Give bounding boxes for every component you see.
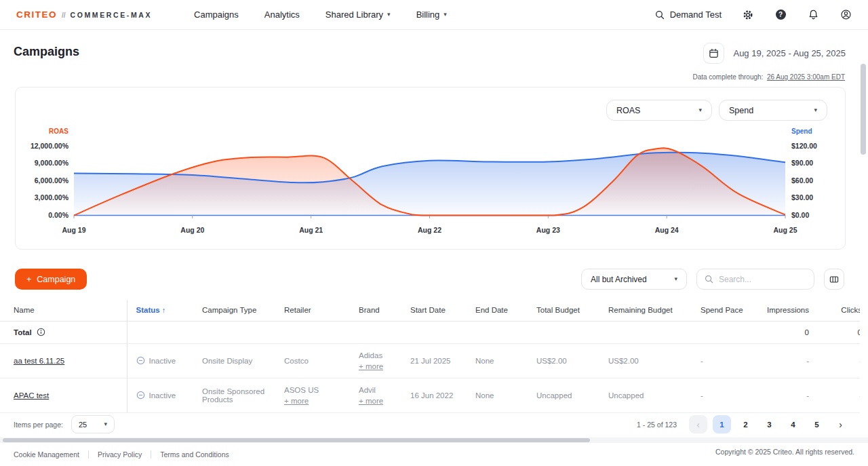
- right-metric-select[interactable]: Spend ▾: [719, 100, 827, 121]
- campaign-type-cell: Onsite Display: [193, 343, 275, 378]
- nav-right: Demand Test ?: [655, 9, 852, 21]
- spend-pace-cell: -: [692, 343, 749, 378]
- col-header-brand[interactable]: Brand: [350, 300, 401, 321]
- x-axis-label: Aug 24: [655, 226, 679, 234]
- new-campaign-button[interactable]: + Campaign: [15, 269, 87, 290]
- x-axis-label: Aug 22: [418, 226, 441, 234]
- left-axis-ticks: 12,000.00%9,000.00%6,000.00%3,000.00%0.0…: [25, 138, 74, 220]
- end-date-cell: None: [467, 343, 528, 378]
- col-header-name[interactable]: Name: [0, 300, 127, 321]
- col-header-campaign-type[interactable]: Campaign Type: [193, 300, 275, 321]
- total-budget-cell: US$2.00: [528, 343, 599, 378]
- impressions-cell: -: [749, 343, 817, 378]
- account-search[interactable]: Demand Test: [655, 9, 722, 20]
- nav-item-billing[interactable]: Billing▾: [416, 9, 447, 20]
- total-budget-cell: Uncapped: [528, 378, 599, 412]
- footer-link-terms[interactable]: Terms and Conditions: [160, 450, 229, 459]
- total-impressions: 0: [749, 321, 817, 343]
- data-complete-link[interactable]: 26 Aug 2025 3:00am EDT: [767, 73, 845, 81]
- col-header-end-date[interactable]: End Date: [467, 300, 528, 321]
- page-button-5[interactable]: 5: [808, 415, 826, 433]
- columns-icon: [829, 274, 840, 285]
- notifications-button[interactable]: [807, 9, 819, 21]
- retailer-cell: ASOS US: [284, 385, 350, 395]
- settings-button[interactable]: [742, 9, 754, 21]
- chevron-left-icon: ‹: [696, 419, 700, 430]
- nav-item-shared-library[interactable]: Shared Library▾: [326, 9, 391, 20]
- nav-item-campaigns[interactable]: Campaigns: [194, 9, 239, 20]
- retailer-more-link[interactable]: + more: [284, 397, 309, 405]
- left-axis-tick: 0.00%: [48, 211, 68, 219]
- logo-secondary: COMMERCE-MAX: [71, 11, 152, 19]
- page-button-2[interactable]: 2: [736, 415, 755, 433]
- page-button-4[interactable]: 4: [784, 415, 802, 433]
- next-page-button[interactable]: ›: [831, 415, 850, 433]
- left-axis-tick: 3,000.00%: [35, 193, 68, 201]
- col-header-impressions[interactable]: Impressions: [749, 300, 817, 321]
- left-metric-select[interactable]: ROAS ▾: [606, 100, 712, 121]
- brand-more-link[interactable]: + more: [359, 397, 383, 405]
- date-range-value[interactable]: Aug 19, 2025 - Aug 25, 2025: [733, 48, 846, 58]
- col-header-status[interactable]: Status ↑: [127, 300, 193, 321]
- campaign-link[interactable]: aa test 6.11.25: [14, 357, 64, 365]
- spend-pace-cell: -: [692, 378, 749, 412]
- total-row: Total 0 0: [0, 321, 860, 343]
- help-button[interactable]: ?: [774, 9, 787, 21]
- col-header-total-budget[interactable]: Total Budget: [528, 300, 599, 321]
- calendar-icon: [709, 48, 719, 58]
- bell-icon: [808, 9, 819, 20]
- page-button-1[interactable]: 1: [713, 415, 731, 433]
- right-axis-tick: $90.00: [791, 159, 813, 167]
- caret-down-icon: ▾: [698, 107, 702, 113]
- items-per-page-select[interactable]: 25 ▾: [71, 415, 115, 433]
- right-axis-tick: $60.00: [791, 176, 813, 185]
- x-axis-labels: Aug 19Aug 20Aug 21Aug 22Aug 23Aug 24Aug …: [74, 220, 785, 236]
- horizontal-scrollbar-thumb[interactable]: [3, 438, 590, 442]
- col-header-retailer[interactable]: Retailer: [275, 300, 350, 321]
- gear-icon: [743, 9, 753, 20]
- right-axis-tick: $120.00: [791, 142, 817, 150]
- remaining-budget-cell: Uncapped: [599, 378, 692, 412]
- vertical-scrollbar-thumb[interactable]: [861, 64, 866, 155]
- nav-items: Campaigns Analytics Shared Library▾ Bill…: [194, 9, 447, 20]
- horizontal-scrollbar: [0, 438, 868, 443]
- page-button-3[interactable]: 3: [760, 415, 778, 433]
- criteo-logo[interactable]: CRITEO // COMMERCE-MAX: [16, 9, 152, 20]
- manage-columns-button[interactable]: [824, 269, 844, 290]
- calendar-button[interactable]: [703, 43, 724, 64]
- brand-cell: Advil: [359, 385, 401, 395]
- brand-cell: Adidas: [359, 350, 401, 361]
- data-complete-note: Data complete through: 26 Aug 2025 3:00a…: [692, 73, 845, 81]
- status-filter-select[interactable]: All but Archived ▾: [581, 269, 687, 290]
- info-icon[interactable]: [37, 328, 45, 336]
- table-row: aa test 6.11.25 Inactive Onsite Display …: [0, 343, 860, 378]
- campaign-link[interactable]: APAC test: [14, 391, 49, 400]
- search-icon: [705, 275, 713, 284]
- logo-separator: //: [62, 12, 66, 19]
- col-header-spend-pace[interactable]: Spend Pace: [692, 300, 749, 321]
- brand-more-link[interactable]: + more: [359, 362, 383, 370]
- nav-item-analytics[interactable]: Analytics: [264, 9, 300, 20]
- clicks-cell: -: [817, 343, 860, 378]
- right-axis-tick: $30.00: [791, 193, 813, 201]
- table-header-row: Name Status ↑ Campaign Type Retailer Bra…: [0, 300, 860, 321]
- prev-page-button[interactable]: ‹: [689, 415, 707, 433]
- retailer-cell: Costco: [284, 355, 350, 366]
- search-input[interactable]: [719, 275, 800, 284]
- col-header-start-date[interactable]: Start Date: [401, 300, 467, 321]
- footer-link-privacy-policy[interactable]: Privacy Policy: [98, 450, 142, 459]
- date-picker: Aug 19, 2025 - Aug 25, 2025: [703, 43, 846, 64]
- account-name: Demand Test: [670, 9, 722, 20]
- col-header-clicks[interactable]: Clicks: [817, 300, 860, 321]
- account-button[interactable]: [840, 9, 852, 21]
- total-clicks: 0: [817, 321, 860, 343]
- remaining-budget-cell: US$2.00: [599, 343, 692, 378]
- status-badge: Inactive: [149, 357, 176, 365]
- col-header-remaining-budget[interactable]: Remaining Budget: [599, 300, 692, 321]
- left-axis-tick: 6,000.00%: [35, 176, 68, 185]
- top-nav: CRITEO // COMMERCE-MAX Campaigns Analyti…: [0, 0, 868, 30]
- footer-link-cookie-management[interactable]: Cookie Management: [14, 450, 79, 459]
- x-axis-label: Aug 25: [773, 226, 797, 234]
- items-per-page-label: Items per page:: [14, 421, 63, 429]
- right-axis-tick: $0.00: [791, 211, 809, 219]
